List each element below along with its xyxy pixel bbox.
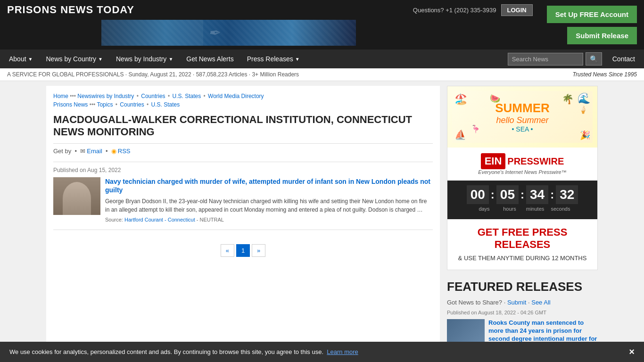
login-button[interactable]: LOGIN [501, 4, 533, 16]
breadcrumb-us-states2[interactable]: U.S. States [151, 101, 180, 108]
about-dropdown-arrow: ▼ [28, 57, 33, 62]
countdown-seconds: 32 [556, 185, 578, 204]
get-by-section: Get by • ✉ Email • ◉ RSS [53, 148, 433, 155]
ein-text: PRESSWIRE [507, 156, 564, 167]
email-icon: ✉ [80, 148, 85, 155]
trusted-label: Trusted News Since 1995 [572, 71, 637, 78]
article-text: George Bryan Dodson II, the 23-year-old … [105, 197, 433, 214]
sub-bar-left: A SERVICE FOR GLOBAL PROFESSIONALS · Sun… [7, 71, 299, 78]
cookie-learn-more[interactable]: Learn more [327, 348, 358, 355]
search-input[interactable] [508, 53, 583, 66]
see-all-link[interactable]: See All [531, 299, 550, 306]
published-date: Published on Aug 15, 2022 [53, 167, 433, 173]
cookie-bar: We use cookies for analytics, personaliz… [0, 342, 644, 356]
sidebar: 🏖️ 🌴 🌊 ⛵ 🍉 SUMMER hello Summer • SEA • 🎉… [447, 86, 598, 351]
rss-icon: ◉ [111, 148, 116, 155]
nav-item-about[interactable]: About ▼ [2, 49, 40, 68]
nav-item-industry[interactable]: News by Industry ▼ [109, 49, 180, 68]
header-banner-image: ✒ [101, 20, 356, 46]
countdown-minutes: 34 [526, 185, 548, 204]
page-title: MACDOUGALL-WALKER CORRECTIONAL INSTITUTI… [53, 114, 433, 144]
days-label: days [474, 206, 495, 212]
cta-block: GET FREE PRESS RELEASES & USE THEM ANYTI… [447, 219, 597, 270]
pagination: « 1 » [53, 239, 433, 262]
article-item: Navy technician charged with murder of w… [53, 177, 433, 222]
summer-banner: 🏖️ 🌴 🌊 ⛵ 🍉 SUMMER hello Summer • SEA • 🎉… [447, 86, 597, 148]
article-title[interactable]: Navy technician charged with murder of w… [105, 177, 433, 194]
featured-releases: FEATURED RELEASES Got News to Share? · S… [447, 277, 598, 351]
featured-title: FEATURED RELEASES [447, 277, 598, 294]
nav-item-country[interactable]: News by Country ▼ [40, 49, 110, 68]
breadcrumb-home[interactable]: Home [53, 93, 68, 99]
got-news: Got News to Share? · Submit · See All [447, 299, 598, 306]
country-dropdown-arrow: ▼ [98, 57, 103, 62]
email-link[interactable]: Email [87, 148, 102, 155]
sub-bar: A SERVICE FOR GLOBAL PROFESSIONALS · Sun… [0, 68, 644, 81]
minutes-label: minutes [525, 206, 545, 212]
phone-number: Questions? +1 (202) 335-3939 [413, 7, 496, 14]
article-source: Source: Hartford Courant - Connecticut -… [105, 217, 433, 222]
rss-link[interactable]: RSS [118, 148, 131, 155]
press-dropdown-arrow: ▼ [295, 57, 300, 62]
breadcrumb: Home ••• Newswires by Industry • Countri… [53, 93, 433, 99]
source-link[interactable]: Hartford Courant - Connecticut [124, 217, 195, 222]
nav-item-contact[interactable]: Contact [606, 49, 642, 68]
industry-dropdown-arrow: ▼ [168, 57, 173, 62]
breadcrumb-countries[interactable]: Countries [141, 93, 165, 99]
breadcrumb-prisons-news[interactable]: Prisons News [53, 101, 88, 108]
breadcrumb-us-states[interactable]: U.S. States [172, 93, 201, 99]
article-thumbnail [53, 177, 100, 215]
cta-title: GET FREE PRESS RELEASES [454, 226, 590, 251]
hours-label: hours [499, 206, 520, 212]
countdown-hours: 05 [496, 185, 519, 204]
main-nav: About ▼ News by Country ▼ News by Indust… [0, 49, 644, 68]
prev-page-button[interactable]: « [221, 244, 234, 257]
cookie-close-button[interactable]: × [629, 346, 635, 356]
submit-release-button[interactable]: Submit Release [567, 27, 637, 44]
seconds-label: seconds [550, 206, 571, 212]
current-page-button[interactable]: 1 [236, 244, 250, 257]
ein-badge: EIN [481, 153, 506, 169]
countdown-bar: 00 : 05 : 34 : 32 days hours minutes sec… [447, 181, 597, 219]
breadcrumb-newswires[interactable]: Newswires by Industry [77, 93, 134, 99]
search-button[interactable]: 🔍 [586, 52, 602, 66]
featured-pub-date: Published on August 18, 2022 - 04:26 GMT [447, 310, 598, 315]
nav-item-press[interactable]: Press Releases ▼ [240, 49, 306, 68]
ad-block: 🏖️ 🌴 🌊 ⛵ 🍉 SUMMER hello Summer • SEA • 🎉… [447, 86, 598, 270]
article-body: Navy technician charged with murder of w… [105, 177, 433, 222]
search-area: 🔍 [504, 49, 606, 68]
nav-item-alerts[interactable]: Get News Alerts [180, 49, 240, 68]
countdown-days: 00 [467, 185, 489, 204]
breadcrumb-world-media[interactable]: World Media Directory [208, 93, 264, 99]
next-page-button[interactable]: » [252, 244, 265, 257]
submit-link[interactable]: Submit [507, 299, 526, 306]
ein-tagline: Everyone's Internet News Presswire™ [453, 169, 592, 175]
breadcrumb-row2: Prisons News ••• Topics • Countries • U.… [53, 101, 433, 108]
site-title: PRISONS NEWS TODAY [7, 4, 134, 16]
cookie-text: We use cookies for analytics, personaliz… [9, 348, 622, 355]
cta-sub: & USE THEM ANYTIME DURING 12 MONTHS [454, 254, 590, 263]
featured-thumb [447, 319, 485, 345]
main-content: Home ••• Newswires by Industry • Countri… [46, 86, 440, 351]
breadcrumb-countries2[interactable]: Countries [120, 101, 144, 108]
breadcrumb-topics[interactable]: Topics [97, 101, 113, 108]
ein-logo-area: EIN PRESSWIRE Everyone's Internet News P… [447, 148, 597, 181]
setup-account-button[interactable]: Set Up FREE Account [547, 6, 637, 23]
